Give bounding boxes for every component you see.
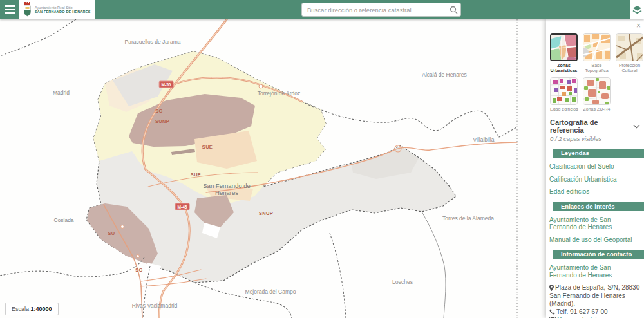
section-header-enlaces: Enlaces de interés <box>553 202 644 211</box>
cartography-section: Cartografía de referencia 0 / 2 capas vi… <box>550 118 640 142</box>
basemap-row-2: Edad edificios <box>550 77 644 112</box>
contact-phone: Telf. 91 627 67 00 <box>556 308 608 317</box>
basemap-label: Protección Cultural <box>616 63 643 74</box>
layers-icon <box>632 5 642 15</box>
zone-label: SG <box>135 267 142 273</box>
place-label-san-fernando: San Fernando de Henares <box>195 182 258 196</box>
basemap-label: Zonas ZU-R4 <box>583 107 611 112</box>
place-label: Torres de la Alameda <box>442 215 494 221</box>
search-icon[interactable] <box>446 6 460 14</box>
basemap-row-1: Zonas Urbanísticas <box>550 33 644 74</box>
geoportal-app: Paracuellos de Jarama Madrid Torrejón de… <box>0 0 644 318</box>
basemap-proteccion-cultural[interactable]: Protección Cultural <box>616 33 643 74</box>
zone-label: SUNP <box>155 118 169 124</box>
scale-value: 1:40000 <box>31 306 52 312</box>
basemap-label: Base Topográfica <box>583 63 611 74</box>
phone-icon <box>549 309 555 315</box>
menu-icon[interactable] <box>0 0 19 19</box>
basemap-thumbnail <box>551 78 578 105</box>
zone-label: SUP <box>191 172 201 178</box>
contact-block: Plaza de España, S/N, 28830 San Fernando… <box>549 284 640 318</box>
layers-panel-button[interactable] <box>630 0 644 19</box>
legend-link-clasificacion-suelo[interactable]: Clasificación del Suelo <box>549 163 640 171</box>
map-pin-icon <box>549 285 554 291</box>
place-label: Villalbilla <box>473 136 495 143</box>
chevron-down-icon[interactable] <box>633 124 640 129</box>
zone-label: SNUP <box>259 210 273 216</box>
layers-visible-status: 0 / 2 capas visibles <box>550 135 640 142</box>
map-viewport[interactable]: Paracuellos de Jarama Madrid Torrejón de… <box>0 19 546 318</box>
section-header-leyendas: Leyendas <box>553 149 644 158</box>
cartography-title: Cartografía de referencia <box>550 118 633 134</box>
place-label: Torrejón de Ardoz <box>258 90 301 97</box>
zone-label: SG <box>155 108 162 114</box>
basemap-base-topografica[interactable]: Base Topográfica <box>583 33 611 74</box>
link-ayuntamiento[interactable]: Ayuntamiento de San Fernando de Henares <box>549 216 640 231</box>
section-header-contacto: Información de contacto <box>553 250 644 259</box>
road-badge-m50: M-50 <box>159 81 174 88</box>
zone-label: SU <box>108 230 115 236</box>
scale-indicator: Escala 1:40000 <box>5 303 59 315</box>
basemap-label: Zonas Urbanísticas <box>550 63 578 74</box>
basemap-edad-edificios[interactable]: Edad edificios <box>550 77 578 112</box>
legend-link-edad-edificios[interactable]: Edad edificios <box>549 188 640 196</box>
zone-label: SUE <box>202 144 213 150</box>
basemap-zonas-zu-r4[interactable]: Zonas ZU-R4 <box>583 77 611 112</box>
contact-address-line1: Plaza de España, S/N, 28830 <box>555 284 639 292</box>
layers-sidebar: × Zonas Urbanísticas <box>546 19 644 318</box>
boundary-solid <box>422 212 446 318</box>
top-bar: Ayuntamiento Real Sitio SAN FERNANDO DE … <box>0 0 644 19</box>
close-icon[interactable]: × <box>636 21 641 30</box>
contact-address-line2: San Fernando de Henares (Madrid). <box>549 292 640 308</box>
basemap-label: Edad edificios <box>550 107 578 112</box>
basemap-thumbnail <box>551 35 578 61</box>
map-canvas <box>0 19 546 318</box>
place-label: Alcalá de Henares <box>422 71 466 78</box>
search-bar <box>301 3 461 17</box>
scale-label: Escala <box>12 306 29 312</box>
place-label: Rivas-Vaciamadrid <box>132 303 178 309</box>
road-badge-m45: M-45 <box>175 203 190 210</box>
place-label: Loeches <box>392 279 413 285</box>
contact-link-ayuntamiento[interactable]: Ayuntamiento de San Fernando de Henares <box>549 264 640 279</box>
basemap-thumbnail <box>616 34 643 61</box>
place-label: Mejorada del Campo <box>245 288 296 295</box>
basemap-zonas-urbanisticas[interactable]: Zonas Urbanísticas <box>550 33 578 74</box>
place-label: Coslada <box>53 217 73 223</box>
place-label: Paracuellos de Jarama <box>125 39 181 45</box>
crest-icon <box>23 2 32 17</box>
legend-link-calificacion-urbanistica[interactable]: Calificación Urbanística <box>549 176 640 183</box>
place-label: Madrid <box>53 89 70 96</box>
basemap-thumbnail <box>583 78 611 105</box>
basemap-thumbnail <box>583 34 611 61</box>
link-manual-geoportal[interactable]: Manual de uso del Geoportal <box>549 236 640 244</box>
search-input[interactable] <box>302 6 446 14</box>
town-hall-logo[interactable]: Ayuntamiento Real Sitio SAN FERNANDO DE … <box>19 0 95 19</box>
logo-line2: SAN FERNANDO DE HENARES <box>35 10 91 14</box>
